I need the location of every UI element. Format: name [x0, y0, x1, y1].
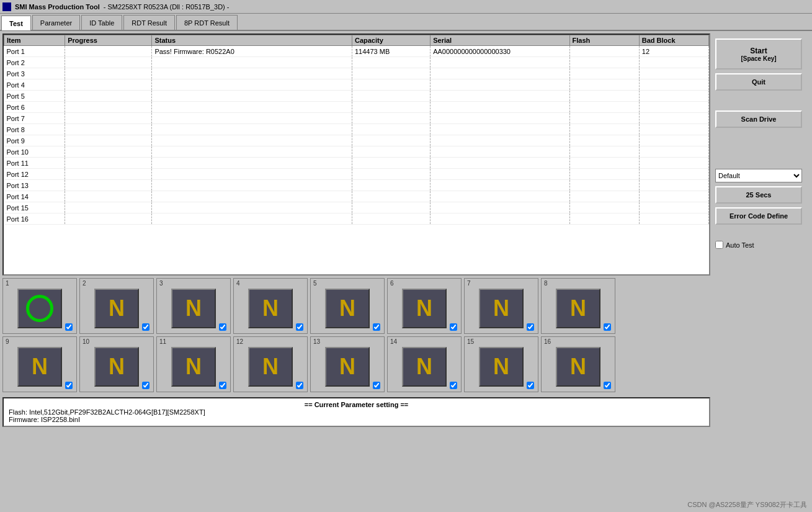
tab-rdt-result[interactable]: RDT Result — [123, 15, 175, 30]
col-item: Item — [4, 35, 65, 46]
drive-checkbox-6[interactable] — [450, 323, 457, 331]
drive-row-2: 9N10N11N12N13N14N15N16N — [2, 336, 710, 392]
slot-number: 6 — [390, 280, 394, 287]
cell-serial — [431, 135, 569, 146]
drive-icon[interactable]: N — [479, 289, 524, 328]
drive-icon[interactable]: N — [325, 289, 370, 328]
drive-checkbox-13[interactable] — [373, 382, 380, 389]
cell-bad_block — [639, 79, 708, 91]
slot-number: 7 — [467, 280, 471, 287]
drive-checkbox-15[interactable] — [527, 382, 534, 389]
drive-checkbox-9[interactable] — [65, 382, 73, 389]
drive-checkbox-1[interactable] — [65, 323, 73, 331]
cell-status — [152, 57, 352, 68]
drive-icon[interactable]: N — [402, 347, 447, 387]
drive-checkbox-16[interactable] — [604, 382, 611, 389]
drive-checkbox-7[interactable] — [527, 323, 534, 331]
col-bad-block: Bad Block — [639, 35, 708, 46]
cell-capacity — [352, 102, 430, 113]
cell-bad_block — [639, 169, 708, 180]
drive-icon[interactable]: N — [248, 347, 293, 387]
cell-flash — [569, 79, 639, 91]
cell-capacity — [352, 191, 430, 202]
tab-test[interactable]: Test — [1, 16, 31, 30]
drive-slot-4: 4N — [233, 278, 308, 334]
drive-checkbox-2[interactable] — [142, 323, 149, 331]
drive-slot-16: 16N — [541, 336, 615, 392]
cell-item: Port 13 — [4, 180, 65, 191]
drive-icon[interactable]: N — [171, 289, 216, 328]
cell-progress — [65, 180, 152, 191]
cell-bad_block — [639, 124, 708, 135]
drive-n-label: N — [109, 354, 125, 380]
table-row: Port 12 — [4, 169, 709, 180]
cell-bad_block — [639, 213, 708, 225]
table-row: Port 5 — [4, 91, 709, 102]
drive-n-label: N — [416, 295, 432, 321]
cell-progress — [65, 191, 152, 202]
drive-slot-7: 7N — [464, 278, 538, 334]
drive-checkbox-10[interactable] — [142, 382, 149, 389]
cell-capacity — [352, 169, 430, 180]
cell-status — [152, 191, 352, 202]
default-dropdown[interactable]: Default — [715, 169, 802, 182]
drive-checkbox-11[interactable] — [219, 382, 226, 389]
cell-flash — [569, 46, 639, 57]
cell-item: Port 8 — [4, 124, 65, 135]
scan-drive-button[interactable]: Scan Drive — [715, 110, 802, 128]
tab-id-table[interactable]: ID Table — [81, 15, 122, 30]
quit-button[interactable]: Quit — [715, 73, 802, 91]
cell-progress — [65, 102, 152, 113]
drive-icon[interactable]: N — [248, 289, 293, 328]
table-row: Port 10 — [4, 146, 709, 158]
cell-progress — [65, 57, 152, 68]
drive-icon[interactable]: N — [402, 289, 447, 328]
drive-checkbox-4[interactable] — [296, 323, 303, 331]
cell-serial — [431, 146, 569, 158]
drive-slot-5: 5N — [310, 278, 385, 334]
drive-icon[interactable]: N — [479, 347, 524, 387]
drive-icon[interactable]: N — [556, 289, 600, 328]
drive-checkbox-12[interactable] — [296, 382, 303, 389]
cell-serial — [431, 202, 569, 213]
drive-n-label: N — [32, 354, 48, 380]
tab-8p-rdt-result[interactable]: 8P RDT Result — [176, 15, 238, 30]
slot-number: 4 — [236, 280, 240, 287]
drive-n-label: N — [339, 295, 355, 321]
cell-progress — [65, 124, 152, 135]
drive-n-label: N — [339, 354, 355, 380]
slot-number: 8 — [544, 280, 548, 287]
start-button[interactable]: Start [Space Key] — [715, 38, 802, 70]
cell-serial — [431, 124, 569, 135]
cell-serial: AA000000000000000330 — [431, 46, 569, 57]
drive-icon[interactable]: N — [94, 347, 139, 387]
drive-icon[interactable]: N — [171, 347, 216, 387]
drive-checkbox-14[interactable] — [450, 382, 457, 389]
table-row: Port 3 — [4, 68, 709, 79]
auto-test-checkbox[interactable] — [715, 241, 723, 249]
app-name: SMI Mass Production Tool — [15, 3, 100, 11]
tab-parameter[interactable]: Parameter — [32, 15, 80, 30]
drive-checkbox-3[interactable] — [219, 323, 226, 331]
cell-flash — [569, 124, 639, 135]
drive-icon[interactable]: N — [325, 347, 370, 387]
cell-status — [152, 180, 352, 191]
drive-icon[interactable]: N — [556, 347, 600, 387]
drive-slot-8: 8N — [541, 278, 615, 334]
left-panel: Item Progress Status Capacity Serial Fla… — [0, 31, 713, 512]
cell-item: Port 5 — [4, 91, 65, 102]
cell-item: Port 11 — [4, 158, 65, 169]
drive-icon[interactable]: N — [17, 347, 62, 387]
drive-slot-13: 13N — [310, 336, 385, 392]
drive-icon[interactable]: N — [94, 289, 139, 328]
drive-icon[interactable] — [17, 289, 62, 328]
cell-serial — [431, 102, 569, 113]
drive-slot-10: 10N — [79, 336, 154, 392]
secs-button[interactable]: 25 Secs — [715, 186, 802, 204]
drive-checkbox-8[interactable] — [604, 323, 611, 331]
slot-number: 5 — [313, 280, 317, 287]
cell-item: Port 15 — [4, 202, 65, 213]
table-row: Port 8 — [4, 124, 709, 135]
error-code-define-button[interactable]: Error Code Define — [715, 207, 802, 225]
drive-checkbox-5[interactable] — [373, 323, 380, 331]
